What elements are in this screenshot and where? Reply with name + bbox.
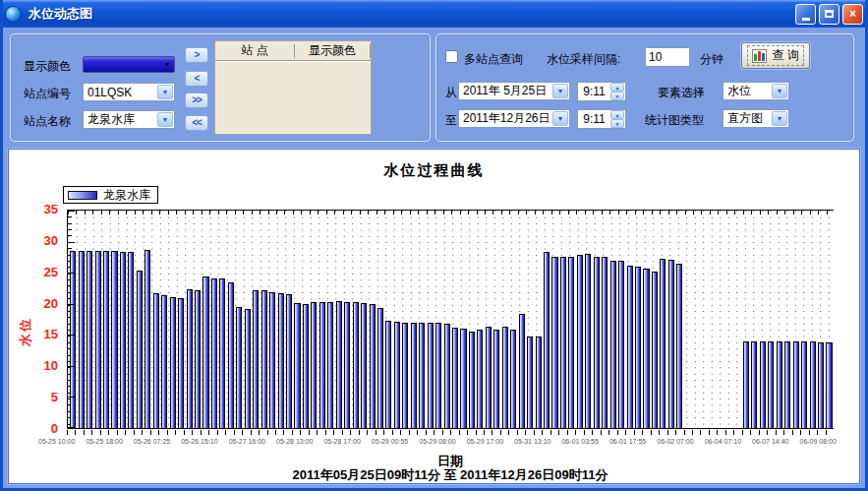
bar-slot — [767, 211, 775, 428]
bar — [594, 257, 600, 428]
bar — [120, 252, 126, 428]
bar-slot — [77, 211, 85, 428]
spin-down-icon[interactable]: ▼ — [610, 92, 624, 100]
y-tick-label: 15 — [30, 327, 58, 342]
spin-down-icon[interactable]: ▼ — [610, 119, 624, 128]
bar — [502, 327, 508, 428]
bar — [760, 341, 766, 428]
plot-area — [67, 210, 834, 429]
bar — [793, 341, 799, 428]
from-time-spinner[interactable]: 9:11 ▲ ▼ — [577, 82, 626, 101]
bar — [161, 295, 167, 428]
bar-slot — [127, 211, 135, 428]
bar-slot — [700, 211, 708, 428]
to-time-spinner[interactable]: 9:11 ▲ ▼ — [577, 109, 626, 129]
bar — [377, 308, 383, 428]
close-icon: × — [849, 7, 856, 21]
bar — [402, 323, 408, 428]
bar-slot — [825, 211, 833, 428]
bar-slot — [177, 211, 185, 428]
x-axis-ticks — [67, 430, 834, 435]
bar-slot — [442, 211, 450, 428]
spin-up-icon[interactable]: ▲ — [610, 83, 624, 92]
bar — [668, 260, 674, 428]
bar-slot — [593, 211, 601, 428]
display-color-dropdown[interactable]: ▼ — [83, 56, 175, 73]
from-date-picker[interactable]: 2011年 5月25日 ▼ — [458, 82, 570, 100]
bar-slot — [675, 211, 683, 428]
bar — [826, 342, 832, 428]
bar — [551, 257, 557, 428]
bar — [286, 294, 292, 428]
titlebar[interactable]: 水位动态图 × — [0, 0, 868, 28]
station-name-combo[interactable]: 龙泉水库 ▼ — [83, 110, 175, 129]
x-tick-label: 06-01 03:55 — [561, 438, 598, 445]
spin-up-icon[interactable]: ▲ — [610, 110, 624, 119]
bar-slot — [709, 211, 717, 428]
x-tick-label: 06-09 08:00 — [800, 438, 837, 445]
from-time-value: 9:11 — [578, 85, 610, 98]
bar — [79, 251, 85, 428]
bar — [87, 251, 92, 428]
bar-slot — [534, 211, 542, 428]
station-id-value: 01LQSK — [84, 86, 156, 99]
bar — [261, 290, 267, 428]
bar — [568, 257, 574, 428]
bar-slot — [817, 211, 825, 428]
maximize-button[interactable] — [819, 4, 839, 25]
to-date-picker[interactable]: 2011年12月26日 ▼ — [458, 109, 570, 128]
multi-station-label: 多站点查询 — [464, 51, 523, 68]
multi-station-checkbox[interactable] — [445, 50, 458, 63]
bar-slot — [93, 211, 101, 428]
bar — [810, 341, 816, 428]
add-all-stations-button[interactable]: >> — [185, 92, 208, 108]
query-button[interactable]: 查 询 — [741, 42, 810, 69]
y-major-tick — [68, 335, 75, 336]
bar — [660, 259, 665, 428]
bar — [294, 303, 300, 428]
station-id-label: 站点编号 — [24, 86, 71, 102]
bar-slot — [526, 211, 534, 428]
bar — [228, 282, 234, 428]
station-id-combo[interactable]: 01LQSK ▼ — [83, 83, 175, 101]
bar-slot — [501, 211, 509, 428]
x-tick-label: 05-29 00:55 — [372, 438, 408, 445]
minimize-button[interactable] — [795, 4, 816, 25]
bar-slot — [634, 211, 642, 428]
remove-station-button[interactable]: < — [185, 71, 208, 87]
station-list-header: 站 点 显示颜色 — [215, 41, 371, 61]
bar — [801, 341, 807, 428]
bar — [385, 321, 391, 428]
bar — [444, 324, 450, 428]
bar-slot — [543, 211, 550, 428]
bar-slot — [783, 211, 791, 428]
bar-slot — [276, 211, 284, 428]
from-date-value: 2011年 5月25日 — [459, 83, 551, 99]
interval-unit-label: 分钟 — [700, 51, 723, 68]
bar-slot — [625, 211, 633, 428]
element-combo[interactable]: 水位 ▼ — [723, 82, 789, 100]
bar-slot — [576, 211, 584, 428]
bar — [128, 252, 134, 428]
add-station-button[interactable]: > — [185, 47, 208, 63]
bar-slot — [285, 211, 293, 428]
x-tick-label: 05-29 17:00 — [467, 438, 503, 445]
bar — [253, 290, 259, 428]
bar — [419, 323, 425, 428]
remove-all-stations-button[interactable]: << — [185, 115, 208, 131]
x-tick-label: 05-29 08:00 — [419, 438, 455, 445]
x-tick-label: 06-04 07:10 — [705, 438, 741, 445]
bar-slot — [426, 211, 434, 428]
interval-input[interactable]: 10 — [645, 47, 690, 67]
bar — [560, 257, 566, 428]
minimize-icon — [802, 18, 810, 21]
selected-stations-list[interactable]: 站 点 显示颜色 — [214, 40, 372, 135]
bar — [477, 330, 483, 428]
chart-type-combo[interactable]: 直方图 ▼ — [723, 109, 789, 128]
bar-slot — [335, 211, 343, 428]
bar-slot — [202, 211, 209, 428]
chevron-down-icon: ▼ — [552, 84, 568, 98]
close-button[interactable]: × — [842, 4, 863, 25]
bar — [327, 302, 333, 428]
bar — [245, 309, 251, 428]
